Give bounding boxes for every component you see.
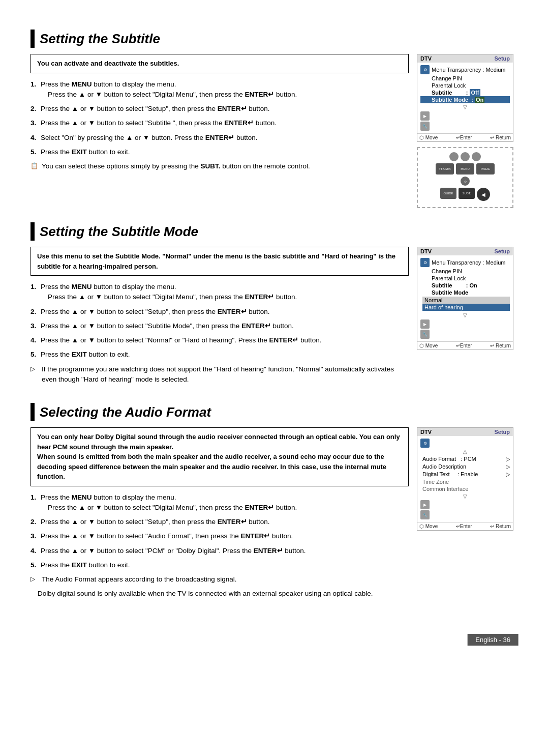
menu-icon-3: 🔧 bbox=[420, 122, 430, 131]
menu-icon-2: ▶ bbox=[420, 111, 430, 121]
subtitle-step-2: 2. Press the ▲ or ▼ button to select "Se… bbox=[30, 104, 409, 114]
common-interface-label: Common Interface bbox=[422, 485, 510, 492]
remote-btn-3 bbox=[472, 152, 481, 161]
menu-dtv-label: DTV bbox=[420, 55, 432, 62]
remote-btn-ttxmix: TTX/MIX bbox=[436, 163, 454, 175]
section-subtitle-mode: Setting the Subtitle Mode Use this menu … bbox=[30, 222, 518, 389]
audio-format-steps: 1. Press the MENU button to display the … bbox=[30, 492, 409, 599]
audio-format-menu-mock: DTV Setup ⚙ △ Audio Format : PCM ▷ bbox=[417, 427, 513, 531]
subtitle-step-1: 1. Press the MENU button to display the … bbox=[30, 79, 409, 100]
remote-btn-arrow: ◀ bbox=[477, 188, 490, 201]
remote-btn-1 bbox=[449, 152, 459, 161]
menu2-icon-1: ⚙ bbox=[420, 258, 430, 267]
audio-format-note-2: Dolby digital sound is only available wh… bbox=[30, 589, 409, 599]
subtitle-steps-list: 1. Press the MENU button to display the … bbox=[30, 79, 409, 172]
subtitle-menu-mock: DTV Setup ⚙ Menu Transparency : Medium C… bbox=[417, 54, 513, 142]
section-title-subtitle: Setting the Subtitle bbox=[30, 30, 518, 48]
subtitle-mode-heading: Setting the Subtitle Mode bbox=[40, 224, 198, 240]
audio-format-note-1: ▷ The Audio Format appears according to … bbox=[30, 574, 409, 585]
menu2-icon-2: ▶ bbox=[420, 319, 430, 329]
title-bar-2 bbox=[30, 222, 35, 241]
subtitle-mode-step-1: 1. Press the MENU button to display the … bbox=[30, 282, 409, 303]
remote-btn-menu: MENU bbox=[456, 163, 474, 175]
section-title-audio-format: Selecting the Audio Format bbox=[30, 403, 518, 421]
menu-icon-1: ⚙ bbox=[420, 65, 430, 74]
subtitle-note: 📋 You can select these options simply by… bbox=[30, 161, 409, 171]
section-subtitle: Setting the Subtitle You can activate an… bbox=[30, 30, 518, 208]
subtitle-mode-step-3: 3. Press the ▲ or ▼ button to select "Su… bbox=[30, 321, 409, 331]
subtitle-mode-image-col: DTV Setup ⚙ Menu Transparency : Medium C… bbox=[417, 247, 518, 350]
audio-format-image-col: DTV Setup ⚙ △ Audio Format : PCM ▷ bbox=[417, 427, 518, 531]
menu3-dtv-label: DTV bbox=[420, 429, 432, 435]
audio-format-step-1: 1. Press the MENU button to display the … bbox=[30, 492, 409, 513]
menu-setup-label: Setup bbox=[494, 55, 510, 62]
remote-btn-guide: GUIDE bbox=[440, 188, 456, 199]
digital-text-label: Digital Text : Enable bbox=[422, 471, 478, 478]
menu2-setup-label: Setup bbox=[494, 248, 510, 254]
audio-format-step-5: 5. Press the EXIT button to exit. bbox=[30, 560, 409, 570]
menu-hoh-option: Hard of hearing bbox=[422, 304, 510, 311]
subtitle-intro: You can activate and deactivate the subt… bbox=[37, 60, 179, 67]
menu2-dtv-label: DTV bbox=[420, 248, 432, 254]
section-audio-format: Selecting the Audio Format You can only … bbox=[30, 403, 518, 603]
page-footer: English - 36 bbox=[467, 634, 518, 646]
remote-btn-psize: P.SIZE bbox=[476, 163, 495, 175]
subtitle-mode-step-4: 4. Press the ▲ or ▼ button to select "No… bbox=[30, 335, 409, 345]
title-bar-3 bbox=[30, 403, 35, 421]
audio-format-info: You can only hear Dolby Digital sound th… bbox=[30, 427, 409, 486]
time-zone-label: Time Zone bbox=[422, 478, 510, 485]
subtitle-step-4: 4. Select "On" by pressing the ▲ or ▼ bu… bbox=[30, 133, 409, 143]
subtitle-step-5: 5. Press the EXIT button to exit. bbox=[30, 147, 409, 157]
menu3-icon-1: ⚙ bbox=[420, 439, 430, 448]
menu3-icon-2: ▶ bbox=[420, 500, 430, 509]
menu-normal-option: Normal bbox=[422, 297, 510, 304]
subtitle-mode-steps: 1. Press the MENU button to display the … bbox=[30, 282, 409, 385]
remote-btn-2 bbox=[461, 152, 470, 161]
section-title-subtitle-mode: Setting the Subtitle Mode bbox=[30, 222, 518, 241]
audio-format-step-4: 4. Press the ▲ or ▼ button to select "PC… bbox=[30, 546, 409, 556]
title-bar bbox=[30, 30, 35, 48]
subtitle-mode-step-2: 2. Press the ▲ or ▼ button to select "Se… bbox=[30, 307, 409, 317]
audio-format-step-2: 2. Press the ▲ or ▼ button to select "Se… bbox=[30, 517, 409, 527]
subtitle-images-col: DTV Setup ⚙ Menu Transparency : Medium C… bbox=[417, 54, 518, 208]
subtitle-mode-step-5: 5. Press the EXIT button to exit. bbox=[30, 350, 409, 360]
audio-format-heading: Selecting the Audio Format bbox=[40, 404, 211, 420]
subtitle-step-3: 3. Press the ▲ or ▼ button to select "Su… bbox=[30, 118, 409, 128]
remote-btn-subt: SUBT. bbox=[459, 188, 475, 199]
audio-format-arrow: ▷ bbox=[506, 456, 510, 462]
menu3-setup-label: Setup bbox=[494, 429, 510, 435]
subtitle-mode-info: Use this menu to set the Subtitle Mode. … bbox=[30, 247, 409, 276]
menu2-icon-3: 🔧 bbox=[420, 330, 430, 339]
subtitle-mode-note: ▷ If the programme you are watching does… bbox=[30, 364, 409, 385]
remote-btn-cc: ⊙ bbox=[461, 177, 470, 186]
subtitle-heading: Setting the Subtitle bbox=[40, 31, 160, 47]
remote-control-mock: TTX/MIX MENU P.SIZE ⊙ GUIDE SUBT. ◀ bbox=[417, 147, 513, 208]
audio-format-label: Audio Format : PCM bbox=[422, 456, 476, 462]
menu3-icon-3: 🔧 bbox=[420, 510, 430, 519]
audio-format-step-3: 3. Press the ▲ or ▼ button to select "Au… bbox=[30, 531, 409, 541]
subtitle-mode-menu-mock: DTV Setup ⚙ Menu Transparency : Medium C… bbox=[417, 247, 513, 350]
audio-desc-label: Audio Description bbox=[422, 463, 466, 470]
